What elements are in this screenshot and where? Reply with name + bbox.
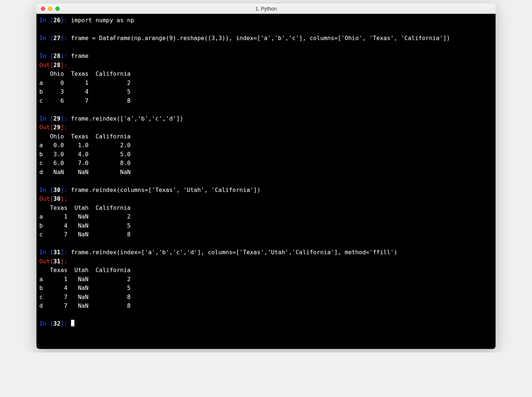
input-code: frame bbox=[71, 52, 89, 59]
in-prompt-number: 31 bbox=[54, 249, 60, 256]
in-prompt: In [ bbox=[39, 320, 54, 327]
in-prompt: In [ bbox=[39, 249, 54, 256]
titlebar[interactable]: 1. Python bbox=[36, 4, 496, 14]
terminal-window: 1. Python In [26]: import numpy as np In… bbox=[36, 4, 496, 349]
maximize-icon[interactable] bbox=[55, 7, 60, 11]
input-code: frame.reindex(['a','b','c','d']) bbox=[71, 115, 183, 122]
output-text: Texas Utah California a 1 NaN 2 b 4 NaN … bbox=[39, 267, 130, 309]
in-prompt-number: 26 bbox=[54, 17, 60, 24]
in-prompt: In [ bbox=[39, 52, 54, 59]
input-code: frame.reindex(columns=['Texas', 'Utah', … bbox=[71, 186, 261, 193]
output-text: Ohio Texas California a 0.0 1.0 2.0 b 3.… bbox=[39, 133, 130, 176]
out-prompt-number: 31 bbox=[54, 258, 60, 265]
input-code: import numpy as np bbox=[71, 17, 134, 24]
in-prompt: In [ bbox=[39, 35, 54, 42]
in-prompt-number: 28 bbox=[54, 52, 60, 59]
output-text: Ohio Texas California a 0 1 2 b 3 4 5 c … bbox=[39, 70, 130, 104]
out-prompt-number: 28 bbox=[54, 62, 60, 68]
out-prompt-number: 29 bbox=[54, 124, 60, 131]
terminal-content[interactable]: In [26]: import numpy as np In [27]: fra… bbox=[36, 14, 496, 349]
input-code: frame.reindex(index=['a','b','c','d'], c… bbox=[71, 249, 398, 256]
out-prompt-number: 30 bbox=[54, 195, 60, 202]
traffic-lights bbox=[36, 7, 60, 11]
output-text: Texas Utah California a 1 NaN 2 b 4 NaN … bbox=[39, 204, 130, 238]
window-title: 1. Python bbox=[36, 6, 496, 12]
out-prompt: Out[ bbox=[39, 124, 54, 131]
minimize-icon[interactable] bbox=[48, 7, 52, 11]
in-prompt-number: 30 bbox=[54, 186, 60, 193]
in-prompt: In [ bbox=[39, 17, 54, 24]
in-prompt-number: 27 bbox=[54, 35, 60, 42]
in-prompt: In [ bbox=[39, 186, 54, 193]
input-code: frame = DataFrame(np.arange(9).reshape((… bbox=[71, 35, 450, 42]
in-prompt-number: 32 bbox=[54, 320, 60, 327]
out-prompt: Out[ bbox=[39, 258, 54, 265]
in-prompt-number: 29 bbox=[54, 115, 60, 122]
close-icon[interactable] bbox=[41, 7, 45, 11]
in-prompt: In [ bbox=[39, 115, 54, 122]
cursor-icon bbox=[71, 320, 74, 326]
out-prompt: Out[ bbox=[39, 62, 54, 68]
out-prompt: Out[ bbox=[39, 195, 54, 202]
